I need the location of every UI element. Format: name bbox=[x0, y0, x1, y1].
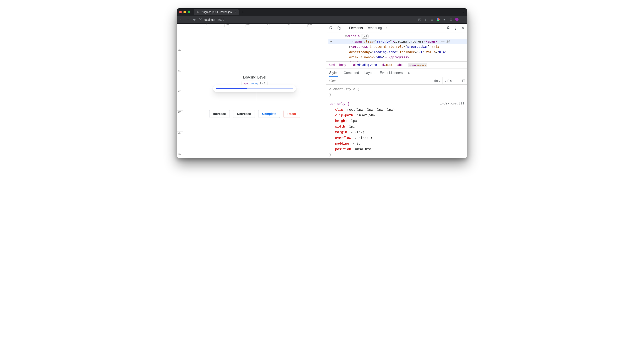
dom-selected-node[interactable]: ⋯ <span class="sr-only">Loading progress… bbox=[328, 39, 467, 45]
rule-source-link[interactable]: index.css:111 bbox=[440, 101, 464, 106]
site-info-icon[interactable]: i bbox=[199, 18, 202, 21]
rule-selector: .sr-only { bbox=[329, 102, 349, 106]
ruler-tick: 300 bbox=[245, 24, 250, 27]
close-tab-icon[interactable]: × bbox=[234, 10, 236, 14]
forward-button[interactable]: → bbox=[186, 18, 190, 21]
ruler-tick: 600 bbox=[308, 24, 312, 27]
ruler-tick: 400 bbox=[177, 110, 183, 113]
dom-breadcrumbs[interactable]: html body main#loading-zone div.card lab… bbox=[326, 62, 467, 69]
reload-button[interactable]: ⟳ bbox=[192, 18, 197, 21]
svg-rect-2 bbox=[339, 28, 340, 30]
back-button[interactable]: ← bbox=[179, 18, 184, 21]
tab-title: Progress | GUI Challenges bbox=[201, 11, 232, 14]
close-window-dot[interactable] bbox=[179, 11, 182, 13]
css-declaration[interactable]: margin: ▶ -1px; bbox=[329, 129, 464, 135]
subtab-computed[interactable]: Computed bbox=[344, 71, 359, 75]
subtab-listeners[interactable]: Event Listeners bbox=[380, 71, 402, 75]
browser-window: ◎ Progress | GUI Challenges × + ⌄ ← → ⟳ … bbox=[177, 8, 467, 158]
bookmark-icon[interactable]: ☆ bbox=[430, 18, 434, 21]
css-declaration[interactable]: clip-path: inset(50%); bbox=[329, 112, 464, 118]
ruler-tick: 100 bbox=[204, 24, 208, 27]
css-declaration[interactable]: position: absolute; bbox=[329, 146, 464, 152]
crumb-html[interactable]: html bbox=[329, 63, 335, 67]
horizontal-ruler: 100200300400500600700 bbox=[183, 24, 326, 28]
subtab-styles[interactable]: Styles bbox=[329, 71, 338, 77]
styles-sidebar-toggle[interactable] bbox=[460, 77, 467, 84]
decrease-button[interactable]: Decrease bbox=[233, 110, 255, 118]
dom-tree[interactable]: ▼<label>grid ⋯ <span class="sr-only">Loa… bbox=[326, 32, 467, 62]
tooltip-class: .sr-only bbox=[250, 82, 258, 85]
zoom-window-dot[interactable] bbox=[188, 11, 190, 13]
new-rule-button[interactable]: + bbox=[454, 77, 460, 84]
css-declaration[interactable]: height: 1px; bbox=[329, 118, 464, 124]
progress-fill bbox=[216, 88, 247, 89]
crumb-label[interactable]: label bbox=[397, 63, 403, 67]
ruler-tick: 200 bbox=[224, 24, 229, 27]
ruler-tick: 400 bbox=[266, 24, 270, 27]
css-declaration[interactable]: width: 1px; bbox=[329, 124, 464, 129]
device-toolbar-icon[interactable] bbox=[337, 26, 341, 30]
styles-filter-input[interactable] bbox=[326, 79, 431, 82]
favicon-icon: ◎ bbox=[196, 11, 199, 14]
traffic-lights bbox=[179, 11, 190, 13]
ruler-tick: 600 bbox=[177, 152, 183, 155]
inspect-element-icon[interactable] bbox=[329, 26, 334, 30]
share-icon[interactable]: ⇧ bbox=[424, 18, 428, 21]
address-bar[interactable]: i localhost:3000 bbox=[199, 18, 224, 21]
titlebar: ◎ Progress | GUI Challenges × + ⌄ bbox=[177, 8, 467, 16]
reset-button[interactable]: Reset bbox=[284, 110, 300, 118]
tooltip-dimensions: 1 × 1 bbox=[260, 82, 265, 85]
reading-list-icon[interactable]: ☰ bbox=[448, 18, 453, 21]
profile-avatar-icon[interactable] bbox=[455, 18, 459, 22]
devtools-close-icon[interactable]: ✕ bbox=[461, 26, 464, 30]
crumb-div[interactable]: div.card bbox=[382, 63, 392, 67]
hov-toggle[interactable]: :hov bbox=[431, 77, 442, 84]
css-declaration[interactable]: clip: rect(1px, 1px, 1px, 1px); bbox=[329, 107, 464, 112]
crumb-main[interactable]: main#loading-zone bbox=[351, 63, 377, 67]
extension-icon[interactable] bbox=[436, 18, 440, 21]
tooltip-tag: span bbox=[244, 82, 249, 85]
content-split: 100200300400500600700 100200300400500600… bbox=[177, 24, 467, 158]
progress-track bbox=[216, 88, 293, 89]
complete-button[interactable]: Complete bbox=[258, 110, 280, 118]
browser-menu-icon[interactable]: ⋮ bbox=[461, 18, 465, 21]
crumb-body[interactable]: body bbox=[339, 63, 346, 67]
demo-heading: Loading Level bbox=[183, 75, 326, 80]
browser-toolbar: ← → ⟳ i localhost:3000 ⇱ ⇧ ☆ ✦ ☰ ⋮ bbox=[177, 16, 467, 24]
subtab-layout[interactable]: Layout bbox=[364, 71, 374, 75]
element-style-selector: element.style { bbox=[329, 87, 359, 91]
page-viewport: 100200300400500600700 100200300400500600… bbox=[177, 24, 326, 158]
styles-tabs: Styles Computed Layout Event Listeners » bbox=[326, 69, 467, 77]
crumb-current[interactable]: span.sr-only bbox=[408, 63, 428, 67]
minimize-window-dot[interactable] bbox=[184, 11, 186, 13]
grid-badge[interactable]: grid bbox=[361, 34, 369, 39]
browser-tab[interactable]: ◎ Progress | GUI Challenges × bbox=[194, 9, 239, 15]
new-tab-button[interactable]: + bbox=[240, 10, 246, 14]
open-external-icon[interactable]: ⇱ bbox=[418, 18, 422, 21]
cls-toggle[interactable]: .cls bbox=[442, 77, 454, 84]
devtools-tabs: Elements Rendering » ⋮ ✕ bbox=[326, 24, 467, 32]
ruler-tick: 500 bbox=[177, 131, 183, 134]
increase-button[interactable]: Increase bbox=[209, 110, 230, 118]
subtab-more[interactable]: » bbox=[408, 71, 410, 75]
ruler-tick: 300 bbox=[177, 90, 183, 93]
page-content: Loading Level span.sr-only 1 × 1 Increas… bbox=[183, 28, 326, 158]
css-declaration[interactable]: padding: ▶ 0; bbox=[329, 141, 464, 146]
tab-rendering[interactable]: Rendering bbox=[366, 26, 382, 30]
ruler-tick: 500 bbox=[287, 24, 291, 27]
ruler-tick: 200 bbox=[177, 69, 183, 72]
tab-more[interactable]: » bbox=[386, 26, 388, 30]
svg-rect-3 bbox=[463, 80, 465, 82]
progress-card bbox=[213, 85, 296, 92]
styles-filter-bar: :hov .cls + bbox=[326, 77, 467, 85]
styles-pane[interactable]: element.style { } index.css:111 .sr-only… bbox=[326, 85, 467, 158]
window-menu-icon[interactable]: ⌄ bbox=[462, 10, 465, 14]
devtools-settings-icon[interactable] bbox=[446, 26, 450, 30]
url-port: :3000 bbox=[217, 18, 224, 21]
extensions-puzzle-icon[interactable]: ✦ bbox=[442, 18, 446, 21]
element-inspect-tooltip: span.sr-only 1 × 1 bbox=[242, 81, 267, 86]
devtools-kebab-icon[interactable]: ⋮ bbox=[454, 26, 458, 30]
vertical-ruler: 100200300400500600 bbox=[177, 28, 183, 158]
tab-elements[interactable]: Elements bbox=[349, 26, 363, 32]
css-declaration[interactable]: overflow: ▶ hidden; bbox=[329, 135, 464, 141]
